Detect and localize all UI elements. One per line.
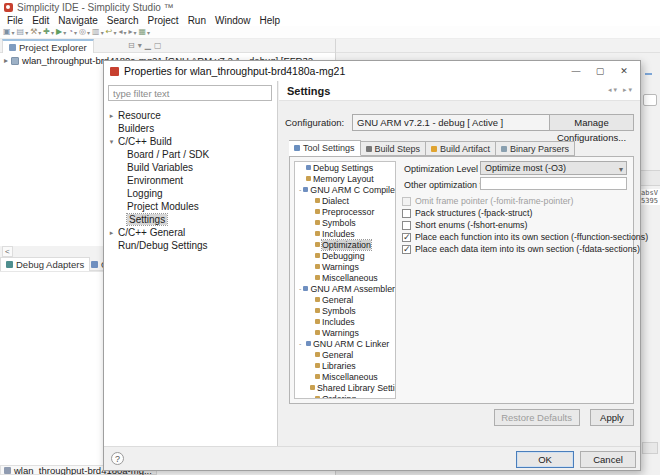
chevron-down-icon[interactable]: ▾ [25, 29, 28, 36]
optimization-level-select[interactable]: Optimize most (-O3) [480, 161, 627, 175]
menu-item[interactable]: Help [256, 15, 285, 26]
menu-item[interactable]: Run [184, 15, 210, 26]
toolbar-button[interactable]: ▣ ▾ [3, 28, 15, 36]
chevron-down-icon[interactable]: ▾ [63, 29, 66, 36]
tree-item[interactable]: ▸ Resource [104, 109, 277, 122]
tool-tree-item[interactable]: General [295, 294, 395, 305]
tool-tree-item[interactable]: - GNU ARM Assembler [295, 283, 395, 294]
maximize-icon[interactable]: ▢ [588, 61, 612, 81]
tool-tree-item[interactable]: Warnings [295, 261, 395, 272]
settings-tab[interactable]: Binary Parsers [496, 141, 575, 156]
option-checkbox-row[interactable]: Pack structures (-fpack-struct) [402, 207, 631, 219]
tool-tree-item[interactable]: Miscellaneous [295, 371, 395, 382]
checkbox[interactable] [402, 197, 411, 206]
toolbar-button[interactable]: ◂ ▾ [118, 28, 126, 36]
option-checkbox-row[interactable]: Place each function into its own section… [402, 231, 631, 243]
tool-tree-item[interactable]: Includes [295, 316, 395, 327]
option-checkbox-row[interactable]: Place each data item into its own sectio… [402, 243, 631, 255]
expand-arrow-icon[interactable]: ▸ [108, 229, 115, 237]
menu-item[interactable]: Search [103, 15, 143, 26]
toolbar-button[interactable]: ◎ ▾ [79, 28, 90, 36]
tool-tree-item[interactable]: Symbols [295, 217, 395, 228]
tool-tree-item[interactable]: Debugging [295, 250, 395, 261]
menu-item[interactable]: Project [144, 15, 183, 26]
toolbar-button[interactable]: ▤ ▾ [17, 28, 29, 36]
expand-icon[interactable]: - [299, 186, 301, 193]
tool-tree-item[interactable]: Miscellaneous [295, 272, 395, 283]
checkbox[interactable] [402, 233, 411, 242]
expand-arrow-icon[interactable]: ▸ [108, 112, 115, 120]
scroll-left-icon[interactable]: < [2, 246, 13, 257]
chevron-down-icon[interactable]: ▾ [101, 29, 104, 36]
tool-tree-item[interactable]: - GNU ARM C Linker [295, 338, 395, 349]
chevron-down-icon[interactable]: ▾ [38, 29, 41, 36]
toolbar-button[interactable]: ⚒ ▾ [30, 28, 41, 36]
tree-item[interactable]: Environment [104, 174, 277, 187]
menu-item[interactable]: Edit [28, 15, 53, 26]
restore-defaults-button[interactable]: Restore Defaults [494, 409, 580, 426]
chevron-down-icon[interactable]: ▾ [123, 29, 126, 36]
minimize-icon[interactable]: — [564, 61, 588, 81]
tool-tree-item[interactable]: Shared Library Settings [295, 382, 395, 393]
toolbar-button[interactable]: ▸ ▾ [128, 28, 136, 36]
checkbox[interactable] [402, 209, 411, 218]
apply-button[interactable]: Apply [590, 409, 634, 426]
settings-tab[interactable]: Build Artifact [426, 141, 496, 156]
toolbar-button[interactable]: ▦ ▾ [138, 28, 150, 36]
other-flags-input[interactable] [480, 177, 627, 190]
tab-project-explorer[interactable]: Project Explorer [2, 39, 94, 53]
view-menu-icon[interactable]: ▾ [138, 41, 142, 50]
tree-item[interactable]: Project Modules [104, 200, 277, 213]
tool-tree-item[interactable]: - GNU ARM C Compiler [295, 184, 395, 195]
menu-item[interactable]: Navigate [54, 15, 101, 26]
toolbar-button[interactable]: ◔ ▾ [68, 28, 77, 36]
cancel-button[interactable]: Cancel [580, 451, 636, 468]
expand-icon[interactable]: - [299, 340, 304, 347]
chevron-down-icon[interactable]: ▾ [133, 29, 136, 36]
filter-input[interactable] [108, 85, 272, 101]
dialog-titlebar[interactable]: Properties for wlan_throughput-brd4180a-… [104, 61, 640, 81]
expand-arrow-icon[interactable]: ▾ [108, 138, 115, 146]
option-checkbox-row[interactable]: Short enums (-fshort-enums) [402, 219, 631, 231]
tool-tree-item[interactable]: Optimization [295, 239, 395, 250]
chevron-down-icon[interactable]: ▾ [51, 29, 54, 36]
tree-item[interactable]: Build Variables [104, 161, 277, 174]
toolbar-button[interactable]: ▶ ▾ [56, 28, 66, 36]
tab-debug-adapters[interactable]: Debug Adapters [0, 257, 90, 271]
tool-tree-item[interactable]: Libraries [295, 360, 395, 371]
settings-tab[interactable]: Build Steps [361, 141, 427, 156]
page-nav-icons[interactable]: ◂▾ ▸▾ [608, 86, 634, 94]
tool-tree-item[interactable]: Preprocessor [295, 206, 395, 217]
tool-tree-item[interactable]: General [295, 349, 395, 360]
tool-tree-item[interactable]: Dialect [295, 195, 395, 206]
tree-item[interactable]: Run/Debug Settings [104, 239, 277, 252]
expand-icon[interactable]: - [299, 285, 301, 292]
menu-item[interactable]: File [3, 15, 27, 26]
settings-tab[interactable]: Tool Settings [289, 140, 361, 156]
menu-item[interactable]: Window [211, 15, 255, 26]
chevron-down-icon[interactable]: ▾ [147, 29, 150, 36]
chevron-down-icon[interactable]: ▾ [12, 29, 15, 36]
tool-tree-item[interactable]: Warnings [295, 327, 395, 338]
tree-item[interactable]: ▸ C/C++ General [104, 226, 277, 239]
toolbar-button[interactable]: ↩ ▾ [106, 28, 117, 36]
tree-item[interactable]: Settings [104, 213, 277, 226]
tool-tree-item[interactable]: Debug Settings [295, 162, 395, 173]
manage-configurations-button[interactable]: Manage Configurations... [549, 114, 634, 131]
close-icon[interactable]: ✕ [612, 61, 636, 81]
ok-button[interactable]: OK [516, 451, 574, 468]
tool-tree-item[interactable]: Ordering [295, 393, 395, 399]
tool-tree-item[interactable]: Includes [295, 228, 395, 239]
chevron-down-icon[interactable]: ▾ [87, 29, 90, 36]
tree-item[interactable]: ▾ C/C++ Build [104, 135, 277, 148]
tool-tree-item[interactable]: Memory Layout [295, 173, 395, 184]
tree-item[interactable]: Board / Part / SDK [104, 148, 277, 161]
chevron-down-icon[interactable]: ▾ [113, 29, 116, 36]
option-checkbox-row[interactable]: Omit frame pointer (-fomit-frame-pointer… [402, 195, 631, 207]
collapse-all-icon[interactable]: ⊟ [128, 41, 135, 50]
checkbox[interactable] [402, 245, 411, 254]
configuration-select[interactable]: GNU ARM v7.2.1 - debug [ Active ] [352, 114, 558, 131]
checkbox[interactable] [402, 221, 411, 230]
toolbar-button[interactable]: ✚ ▾ [43, 28, 54, 36]
tool-tree-item[interactable]: Symbols [295, 305, 395, 316]
